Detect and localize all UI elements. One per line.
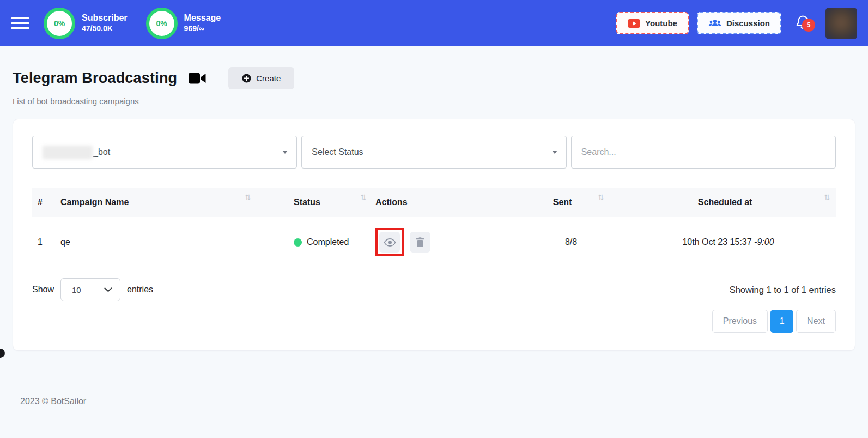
col-sent: ⇅ Sent [521,188,621,217]
row-index: 1 [32,217,55,268]
sort-icon[interactable]: ⇅ [245,193,251,202]
youtube-button-label: Youtube [645,19,677,28]
page-title: Telegram Broadcasting [13,70,177,87]
subscriber-percent: 0% [54,19,65,28]
col-index: # [32,188,55,217]
sort-icon[interactable]: ⇅ [824,193,830,202]
telegram-broadcasting-page: 0% Subscriber 47/50.0K 0% Message 969/∞ … [0,0,868,438]
youtube-icon [628,19,640,28]
table-header-row: # ⇅ Campaign Name ⇅ Status Actions ⇅ Se [32,188,836,217]
top-navbar: 0% Subscriber 47/50.0K 0% Message 969/∞ … [0,0,868,46]
view-campaign-button[interactable] [379,232,400,253]
next-page-button[interactable]: Next [796,310,836,333]
campaigns-card: _bot Select Status # [13,119,855,351]
col-campaign-name: ⇅ Campaign Name [55,188,288,217]
plus-circle-icon [242,74,251,83]
page-subtitle: List of bot broadcasting campaigns [13,97,855,106]
sent-cell: 8/8 [521,217,621,268]
bot-select[interactable]: _bot [32,136,297,169]
previous-page-button[interactable]: Previous [712,310,768,333]
showing-entries-text: Showing 1 to 1 of 1 entries [730,285,836,295]
discussion-button[interactable]: Discussion [697,12,781,34]
subscriber-label: Subscriber [82,13,128,23]
col-status: ⇅ Status [288,188,370,217]
message-progress-ring: 0% [146,8,178,39]
youtube-button[interactable]: Youtube [616,12,689,34]
sort-icon[interactable]: ⇅ [598,193,604,202]
entries-per-page-select[interactable]: 10 [60,278,120,301]
notifications-button[interactable]: 5 [796,14,810,33]
subscriber-count: 47/50.0K [82,23,128,34]
user-avatar[interactable] [825,8,857,39]
bot-select-value: _bot [93,147,110,157]
notification-count-badge: 5 [802,19,815,32]
users-icon [708,19,721,28]
timezone-offset: -9:00 [754,237,774,247]
campaign-name-cell: qe [55,217,288,268]
status-select-value: Select Status [312,147,363,157]
bot-name-redacted [43,146,93,159]
entries-per-page-value: 10 [72,285,81,295]
status-select[interactable]: Select Status [301,136,566,169]
highlight-box [375,228,404,256]
message-percent: 0% [156,19,167,28]
caret-down-icon [552,151,557,154]
subscriber-usage-stat: 0% Subscriber 47/50.0K [44,8,128,39]
pagination: Previous 1 Next [32,310,836,333]
search-input[interactable] [571,136,836,169]
entries-label: entries [127,285,153,295]
create-button[interactable]: Create [228,67,294,89]
show-label: Show [32,285,54,295]
status-text: Completed [307,237,349,247]
campaigns-table: # ⇅ Campaign Name ⇅ Status Actions ⇅ Se [32,188,836,268]
col-actions: Actions [370,188,521,217]
copyright-text: 2023 © BotSailor [20,397,855,406]
scheduled-at-cell: 10th Oct 23 15:37 -9:00 [621,217,836,268]
message-usage-stat: 0% Message 969/∞ [146,8,221,39]
create-button-label: Create [256,74,281,83]
delete-campaign-button[interactable] [410,232,430,253]
actions-cell [370,217,521,268]
eye-icon [384,238,396,247]
current-page-button[interactable]: 1 [770,310,793,333]
chevron-down-icon [104,287,112,292]
sort-icon[interactable]: ⇅ [360,193,367,202]
caret-down-icon [282,151,288,154]
status-dot-icon [294,238,302,247]
discussion-button-label: Discussion [726,19,770,28]
status-cell: Completed [288,217,370,268]
video-tutorial-icon[interactable] [188,72,207,85]
table-row: 1 qe Completed [32,217,836,268]
col-scheduled-at: ⇅ Scheduled at [621,188,836,217]
trash-icon [416,237,424,247]
message-label: Message [184,13,221,23]
subscriber-progress-ring: 0% [44,8,75,39]
hamburger-menu-icon[interactable] [11,17,29,29]
message-count: 969/∞ [184,23,221,34]
